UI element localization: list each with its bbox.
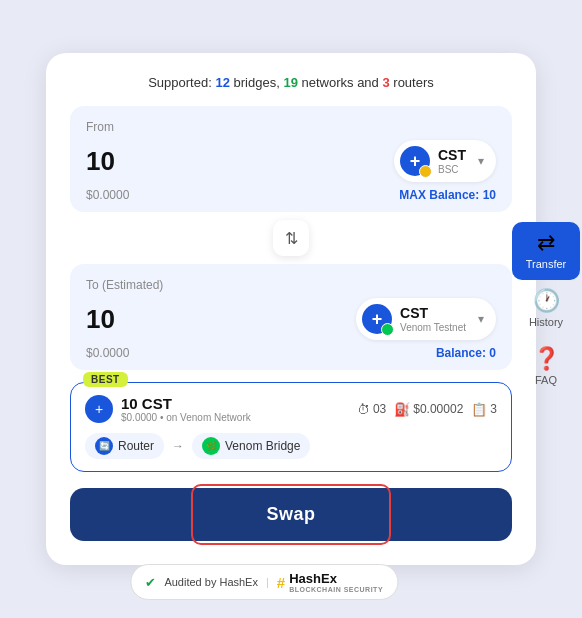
to-balance-value: 0 <box>489 346 496 360</box>
route-info: 10 CST $0.0000 • on Venom Network <box>121 395 251 423</box>
history-label: History <box>529 316 563 328</box>
from-amount[interactable]: 10 <box>86 146 115 177</box>
from-usd: $0.0000 <box>86 188 129 202</box>
from-token-selector[interactable]: + CST BSC ▾ <box>394 140 496 182</box>
bridge-label: Venom Bridge <box>225 439 300 453</box>
supported-text: Supported: 12 bridges, 19 networks and 3… <box>70 75 512 90</box>
to-amount[interactable]: 10 <box>86 304 115 335</box>
to-network-badge <box>381 323 394 336</box>
route-time: ⏱ 03 <box>357 402 386 417</box>
to-token-network: Venom Testnet <box>400 322 466 333</box>
from-max-balance: MAX Balance: 10 <box>399 188 496 202</box>
from-section: From 10 + CST BSC ▾ $0.0000 <box>70 106 512 212</box>
router-icon: 🔄 <box>95 437 113 455</box>
arrow-right-icon: → <box>172 439 184 453</box>
to-row: 10 + CST Venom Testnet ▾ <box>86 298 496 340</box>
sidebar-item-history[interactable]: 🕐 History <box>512 280 580 338</box>
from-row: 10 + CST BSC ▾ <box>86 140 496 182</box>
transfer-label: Transfer <box>526 258 567 270</box>
bridges-label: bridges, <box>234 75 280 90</box>
time-icon: ⏱ <box>357 402 370 417</box>
from-chevron-icon: ▾ <box>478 154 484 168</box>
transfer-icon: ⇄ <box>537 232 555 254</box>
gas-value: $0.00002 <box>413 402 463 416</box>
routers-count: 3 <box>382 75 389 90</box>
to-token-info: CST Venom Testnet <box>400 305 466 333</box>
swap-button-wrapper: Swap <box>70 488 512 541</box>
sidebar-item-faq[interactable]: ❓ FAQ <box>512 338 580 396</box>
from-network-badge <box>419 165 432 178</box>
faq-icon: ❓ <box>533 348 560 370</box>
route-gas: ⛽ $0.00002 <box>394 402 463 417</box>
from-token-name: CST <box>438 147 466 164</box>
audited-by-text: Audited by HashEx <box>164 576 258 588</box>
hashex-name: HashEx <box>289 571 337 586</box>
best-badge: BEST <box>83 372 128 387</box>
route-bottom: 🔄 Router → 🌿 Venom Bridge <box>85 433 497 459</box>
from-balance-row: $0.0000 MAX Balance: 10 <box>86 188 496 202</box>
route-left: + 10 CST $0.0000 • on Venom Network <box>85 395 251 423</box>
hashex-logo: # HashEx BLOCKCHAIN SECURITY <box>277 571 383 593</box>
route-top: + 10 CST $0.0000 • on Venom Network ⏱ 03 <box>85 395 497 423</box>
to-balance-row: $0.0000 Balance: 0 <box>86 346 496 360</box>
time-value: 03 <box>373 402 386 416</box>
route-amount: 10 CST <box>121 395 251 412</box>
networks-count: 19 <box>283 75 297 90</box>
to-usd: $0.0000 <box>86 346 129 360</box>
routers-label: routers <box>393 75 433 90</box>
audit-badge: ✔ Audited by HashEx | # HashEx BLOCKCHAI… <box>130 564 398 600</box>
from-token-network: BSC <box>438 164 459 175</box>
route-sub: $0.0000 • on Venom Network <box>121 412 251 423</box>
route-meta: ⏱ 03 ⛽ $0.00002 📋 3 <box>357 402 497 417</box>
best-route-card: BEST + 10 CST $0.0000 • on Venom Network <box>70 382 512 472</box>
history-icon: 🕐 <box>533 290 560 312</box>
hashex-sub: BLOCKCHAIN SECURITY <box>289 586 383 593</box>
gas-icon: ⛽ <box>394 402 410 417</box>
steps-value: 3 <box>490 402 497 416</box>
route-token-icon: + <box>85 395 113 423</box>
steps-icon: 📋 <box>471 402 487 417</box>
faq-label: FAQ <box>535 374 557 386</box>
audit-footer: ✔ Audited by HashEx | # HashEx BLOCKCHAI… <box>130 564 398 600</box>
from-label: From <box>86 120 496 134</box>
router-chip: 🔄 Router <box>85 433 164 459</box>
from-token-icon: + <box>400 146 430 176</box>
to-balance: Balance: 0 <box>436 346 496 360</box>
from-max-value[interactable]: 10 <box>483 188 496 202</box>
from-token-info: CST BSC <box>438 147 466 175</box>
venom-chip: 🌿 Venom Bridge <box>192 433 310 459</box>
networks-label: networks and <box>302 75 379 90</box>
to-token-selector[interactable]: + CST Venom Testnet ▾ <box>356 298 496 340</box>
to-label: To (Estimated) <box>86 278 496 292</box>
to-token-name: CST <box>400 305 428 322</box>
sidebar: ⇄ Transfer 🕐 History ❓ FAQ <box>510 222 582 396</box>
main-card: Supported: 12 bridges, 19 networks and 3… <box>46 53 536 565</box>
swap-button[interactable]: Swap <box>70 488 512 541</box>
to-chevron-icon: ▾ <box>478 312 484 326</box>
swap-direction-button[interactable]: ⇅ <box>273 220 309 256</box>
venom-icon: 🌿 <box>202 437 220 455</box>
route-steps: 📋 3 <box>471 402 497 417</box>
swap-direction-wrapper: ⇅ <box>70 220 512 256</box>
bridges-count: 12 <box>215 75 229 90</box>
to-section: To (Estimated) 10 + CST Venom Testnet ▾ … <box>70 264 512 370</box>
router-label: Router <box>118 439 154 453</box>
supported-label: Supported: <box>148 75 212 90</box>
page-wrapper: Supported: 12 bridges, 19 networks and 3… <box>0 0 582 618</box>
sidebar-item-transfer[interactable]: ⇄ Transfer <box>512 222 580 280</box>
to-token-icon: + <box>362 304 392 334</box>
shield-icon: ✔ <box>145 575 156 590</box>
